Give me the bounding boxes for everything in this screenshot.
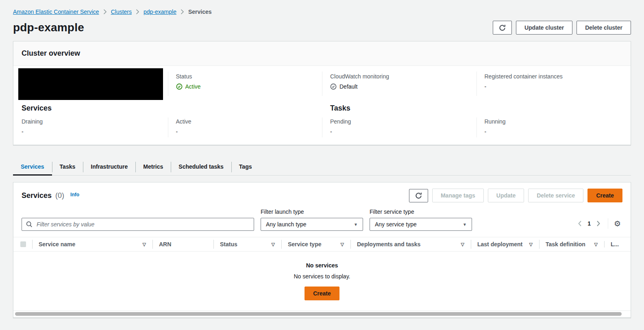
delete-service-button[interactable]: Delete service bbox=[528, 189, 583, 202]
delete-cluster-button[interactable]: Delete cluster bbox=[577, 21, 631, 35]
column-header-service-name[interactable]: Service name ▽ bbox=[32, 241, 152, 248]
column-label: ARN bbox=[159, 241, 171, 248]
page-title: pdp-example bbox=[13, 21, 84, 34]
breadcrumb-link-cluster-name[interactable]: pdp-example bbox=[144, 9, 176, 15]
check-circle-icon bbox=[330, 83, 337, 90]
column-label: Status bbox=[220, 241, 237, 248]
overview-tasks-heading: Tasks bbox=[322, 101, 631, 113]
services-table-header: Service name ▽ ARN Status ▽ Service type… bbox=[13, 237, 631, 252]
column-header-last-deployment[interactable]: Last deployment ▽ bbox=[471, 241, 539, 248]
filter-service-type-label: Filter service type bbox=[370, 208, 472, 215]
service-type-select[interactable]: Any service type ▼ bbox=[370, 218, 472, 231]
column-label: L... bbox=[611, 241, 619, 248]
tab-services[interactable]: Services bbox=[13, 159, 52, 175]
tab-scheduled-tasks[interactable]: Scheduled tasks bbox=[171, 159, 231, 175]
horizontal-scrollbar-track bbox=[13, 310, 631, 317]
caret-down-icon: ▼ bbox=[463, 222, 467, 227]
chevron-right-icon bbox=[596, 220, 600, 227]
refresh-cluster-button[interactable] bbox=[493, 21, 512, 35]
registered-instances-cell: Registered container instances - bbox=[476, 66, 631, 100]
empty-state-title: No services bbox=[13, 262, 631, 269]
previous-page-button[interactable] bbox=[574, 219, 585, 228]
breadcrumb-chevron-icon bbox=[103, 9, 107, 15]
active-services-value: - bbox=[176, 128, 178, 135]
gear-icon[interactable]: ⚙ bbox=[612, 219, 622, 228]
services-panel: Services (0) Info Manage tags Update Del… bbox=[13, 182, 631, 318]
services-panel-title: Services (0) Info bbox=[22, 191, 79, 200]
running-tasks-cell: Running - bbox=[476, 113, 631, 145]
column-header-arn[interactable]: ARN bbox=[152, 241, 213, 248]
breadcrumb-link-ecs[interactable]: Amazon Elastic Container Service bbox=[13, 9, 99, 15]
pending-tasks-value: - bbox=[330, 128, 332, 135]
column-label: Last deployment bbox=[477, 241, 522, 248]
header-actions: Update cluster Delete cluster bbox=[493, 21, 631, 35]
search-icon bbox=[26, 221, 33, 228]
cluster-overview-card: Cluster overview Status Active CloudWatc… bbox=[13, 41, 631, 145]
filter-icon[interactable]: ▽ bbox=[461, 242, 464, 247]
draining-label: Draining bbox=[22, 118, 160, 125]
service-type-selected-value: Any service type bbox=[375, 221, 417, 228]
manage-tags-button[interactable]: Manage tags bbox=[432, 189, 484, 202]
launch-type-select[interactable]: Any launch type ▼ bbox=[261, 218, 363, 231]
tab-tags[interactable]: Tags bbox=[231, 159, 260, 175]
tab-metrics[interactable]: Metrics bbox=[135, 159, 171, 175]
update-service-button[interactable]: Update bbox=[488, 189, 524, 202]
pending-tasks-cell: Pending - bbox=[322, 113, 476, 145]
chevron-left-icon bbox=[578, 220, 582, 227]
pagination: 1 ⚙ bbox=[574, 218, 622, 231]
services-panel-actions: Manage tags Update Delete service Create bbox=[409, 189, 622, 202]
overview-services-heading: Services bbox=[13, 101, 322, 113]
create-service-empty-button[interactable]: Create bbox=[305, 287, 339, 300]
services-filter-input[interactable] bbox=[36, 221, 250, 228]
draining-value: - bbox=[22, 128, 24, 135]
column-header-status[interactable]: Status ▽ bbox=[213, 241, 281, 248]
info-link[interactable]: Info bbox=[70, 192, 79, 198]
horizontal-scrollbar-thumb[interactable] bbox=[15, 312, 622, 316]
column-header-service-type[interactable]: Service type ▽ bbox=[281, 241, 350, 248]
empty-state-message: No services to display. bbox=[13, 273, 631, 280]
refresh-services-button[interactable] bbox=[409, 189, 428, 202]
update-cluster-button[interactable]: Update cluster bbox=[516, 21, 572, 35]
status-value: Active bbox=[185, 83, 201, 90]
column-label: Service name bbox=[39, 241, 75, 248]
filter-icon[interactable]: ▽ bbox=[272, 242, 275, 247]
draining-cell: Draining - bbox=[13, 113, 168, 145]
pending-tasks-label: Pending bbox=[330, 118, 468, 125]
column-header-task-definition[interactable]: Task definition ▽ bbox=[539, 241, 604, 248]
next-page-button[interactable] bbox=[593, 219, 604, 228]
cloudwatch-label: CloudWatch monitoring bbox=[330, 73, 468, 80]
refresh-icon bbox=[498, 24, 506, 32]
cloudwatch-value: Default bbox=[339, 83, 357, 90]
current-page-number[interactable]: 1 bbox=[585, 220, 593, 227]
column-header-deployments[interactable]: Deployments and tasks ▽ bbox=[350, 241, 471, 248]
column-label: Task definition bbox=[546, 241, 585, 248]
filter-launch-type-label: Filter launch type bbox=[261, 208, 363, 215]
filter-icon[interactable]: ▽ bbox=[341, 242, 344, 247]
filter-icon[interactable]: ▽ bbox=[594, 242, 598, 247]
column-header-launch-type[interactable]: L... bbox=[604, 241, 631, 248]
registered-instances-value: - bbox=[485, 83, 487, 90]
filter-icon[interactable]: ▽ bbox=[529, 242, 533, 247]
check-circle-icon bbox=[176, 83, 183, 90]
breadcrumb: Amazon Elastic Container Service Cluster… bbox=[13, 0, 631, 15]
status-cell: Status Active bbox=[168, 66, 322, 100]
cluster-name-cell bbox=[13, 66, 168, 100]
tab-infrastructure[interactable]: Infrastructure bbox=[83, 159, 135, 175]
cloudwatch-cell: CloudWatch monitoring Default bbox=[322, 66, 476, 100]
breadcrumb-link-clusters[interactable]: Clusters bbox=[111, 9, 132, 15]
cluster-tabs: Services Tasks Infrastructure Metrics Sc… bbox=[13, 159, 631, 176]
breadcrumb-chevron-icon bbox=[181, 9, 184, 15]
filter-icon[interactable]: ▽ bbox=[143, 242, 146, 247]
pagination-divider bbox=[608, 218, 608, 229]
status-label: Status bbox=[176, 73, 314, 80]
tab-tasks[interactable]: Tasks bbox=[52, 159, 83, 175]
cluster-overview-title: Cluster overview bbox=[13, 41, 631, 66]
services-panel-title-text: Services bbox=[22, 191, 52, 200]
create-service-button[interactable]: Create bbox=[587, 189, 622, 202]
active-services-label: Active bbox=[176, 118, 314, 125]
launch-type-selected-value: Any launch type bbox=[266, 221, 307, 228]
select-all-checkbox[interactable] bbox=[20, 241, 26, 247]
caret-down-icon: ▼ bbox=[354, 222, 358, 227]
registered-instances-label: Registered container instances bbox=[485, 73, 623, 80]
select-all-cell bbox=[13, 241, 32, 247]
